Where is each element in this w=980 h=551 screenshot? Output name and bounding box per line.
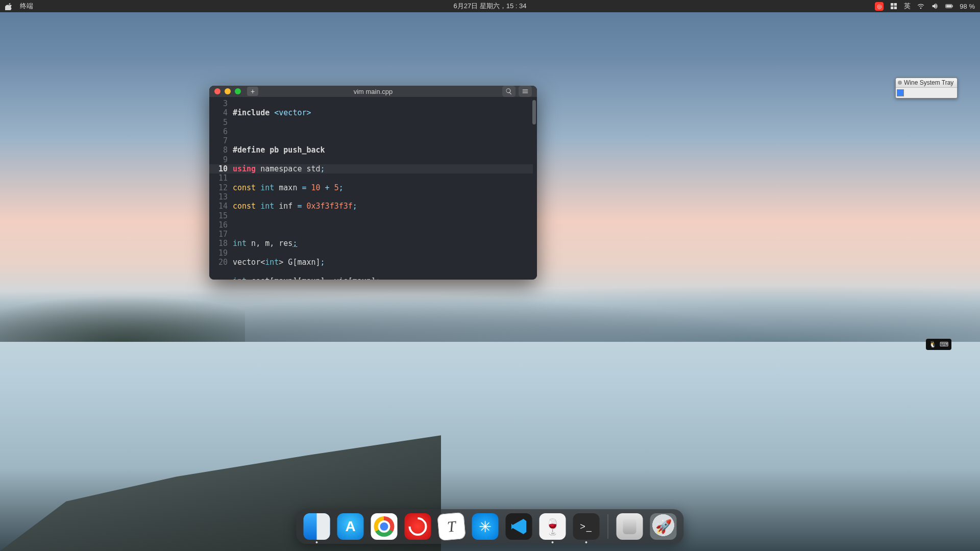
running-indicator	[316, 541, 318, 543]
code-area[interactable]: #include <vector> #define pb push_back u…	[231, 97, 537, 280]
terminal-window: + vim main.cpp 345 678 910 111213 141516…	[209, 86, 537, 280]
active-app-name[interactable]: 终端	[20, 2, 33, 11]
grid-tray-icon[interactable]	[890, 2, 898, 10]
svg-rect-2	[952, 5, 953, 7]
input-method-label[interactable]: 英	[904, 2, 911, 11]
wine-system-tray-window[interactable]: Wine System Tray	[895, 78, 958, 98]
dock-trash[interactable]	[617, 513, 643, 540]
menubar: 终端 6月27日 星期六，15 : 34 ◎ 英 98 %	[0, 0, 980, 12]
dock-launchpad[interactable]	[650, 513, 677, 540]
menubar-datetime: 6月27日 星期六，15 : 34	[453, 2, 526, 11]
dock-separator	[608, 514, 608, 539]
terminal-titlebar[interactable]: + vim main.cpp	[209, 86, 537, 97]
volume-icon[interactable]	[931, 2, 939, 10]
wine-tray-dot-icon	[898, 81, 902, 85]
dock-app-terminal[interactable]	[573, 513, 600, 540]
wallpaper-trees	[0, 276, 245, 342]
svg-rect-1	[946, 5, 952, 8]
wifi-icon[interactable]	[917, 2, 925, 10]
netease-tray-icon[interactable]: ◎	[875, 2, 884, 11]
battery-percent: 98 %	[960, 3, 975, 10]
window-maximize-button[interactable]	[235, 88, 241, 94]
input-method-indicator[interactable]: 🐧 ⌨	[926, 339, 951, 350]
line-number-gutter: 345 678 910 111213 141516 171819 20	[209, 97, 231, 280]
dock-app-tim[interactable]	[472, 513, 499, 540]
terminal-body[interactable]: 345 678 910 111213 141516 171819 20 #inc…	[209, 97, 537, 280]
window-minimize-button[interactable]	[225, 88, 231, 94]
wine-tray-title-text: Wine System Tray	[904, 79, 953, 86]
dock-app-finder[interactable]	[304, 513, 330, 540]
running-indicator	[585, 541, 587, 543]
dock-app-appstore[interactable]	[337, 513, 364, 540]
dock-app-netease[interactable]	[405, 513, 431, 540]
dock-app-vscode[interactable]	[506, 513, 532, 540]
wine-tray-body	[896, 88, 957, 98]
window-traffic-lights	[214, 88, 241, 94]
dock	[297, 509, 684, 544]
im-linux-icon: 🐧	[929, 341, 937, 348]
im-keyboard-icon: ⌨	[940, 341, 948, 348]
running-indicator	[552, 541, 554, 543]
terminal-menu-button[interactable]	[519, 86, 532, 97]
window-close-button[interactable]	[214, 88, 220, 94]
new-tab-button[interactable]: +	[247, 87, 258, 96]
wine-tray-titlebar[interactable]: Wine System Tray	[896, 78, 957, 88]
dock-app-wine[interactable]	[540, 513, 566, 540]
battery-icon[interactable]	[945, 2, 953, 10]
terminal-search-button[interactable]	[502, 86, 516, 97]
terminal-title: vim main.cpp	[354, 88, 393, 95]
dock-app-textedit[interactable]	[437, 512, 465, 541]
wine-tray-app-icon[interactable]	[897, 89, 904, 96]
apple-logo-icon[interactable]	[5, 3, 13, 10]
dock-app-chrome[interactable]	[371, 513, 398, 540]
